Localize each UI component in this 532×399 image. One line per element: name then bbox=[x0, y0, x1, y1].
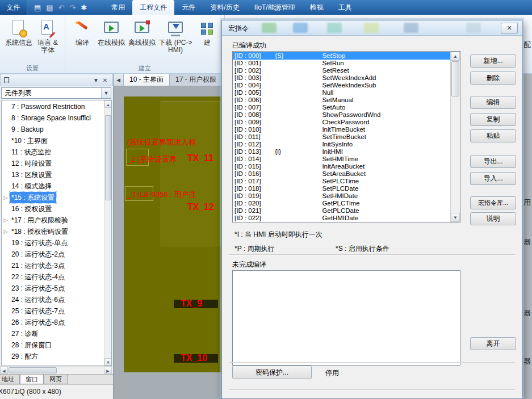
tree-item[interactable]: *10 : 主界面 bbox=[2, 135, 104, 146]
macro-row[interactable]: [ID : 010] InitTimeBucket bbox=[233, 126, 450, 133]
tree-item[interactable]: 8 : Storage Space Insuffici bbox=[2, 112, 104, 124]
copy-button[interactable]: 复制 bbox=[470, 113, 516, 126]
macro-row[interactable]: [ID : 017] SetPLCTime bbox=[233, 178, 450, 185]
scrollbar-thumb[interactable] bbox=[9, 367, 57, 373]
tree-item[interactable]: *17 : 用户权限检验 bbox=[2, 215, 104, 226]
import-button[interactable]: 导入... bbox=[470, 172, 516, 185]
tree-item[interactable]: 7 : Password Restriction bbox=[2, 101, 104, 112]
macro-row[interactable]: [ID : 003] SetWeekIndexAdd bbox=[233, 74, 450, 82]
macro-row[interactable]: [ID : 019] SetHMIDate bbox=[233, 192, 450, 200]
macro-row[interactable]: [ID : 009] CheckPassword bbox=[233, 119, 450, 126]
macro-listbox[interactable]: [ID : 000] {S} SetStop [ID : 001] SetRun… bbox=[232, 51, 460, 222]
menu-tab[interactable]: 元件 bbox=[174, 0, 203, 15]
panel-tab[interactable]: 网页 bbox=[44, 375, 68, 384]
tree-item[interactable]: 24 : 运行状态-6点 bbox=[2, 294, 104, 305]
compile-button[interactable]: ✦ 编译 bbox=[69, 17, 96, 47]
macro-library-button[interactable]: 宏指令库... bbox=[470, 196, 516, 209]
canvas-text[interactable]: _2 (系统设置界 bbox=[127, 154, 177, 165]
macro-row[interactable]: [ID : 015] InitAreaBucket bbox=[233, 163, 450, 170]
menu-tab[interactable]: 检视 bbox=[303, 0, 331, 15]
macro-row[interactable]: [ID : 016] SetAreaBucket bbox=[233, 170, 450, 178]
tree-item[interactable]: 21 : 运行状态-3点 bbox=[2, 260, 104, 271]
scroll-up-icon[interactable] bbox=[104, 100, 112, 108]
macro-row[interactable]: [ID : 005] Null bbox=[233, 89, 450, 96]
scroll-down-icon[interactable] bbox=[104, 358, 112, 366]
close-icon[interactable]: ✕ bbox=[501, 23, 518, 33]
password-protect-button[interactable]: 密码保护... bbox=[232, 366, 312, 379]
dialog-title-bar[interactable]: 宏指令 ✕ bbox=[222, 20, 522, 36]
paste-button[interactable]: 粘贴 bbox=[470, 129, 516, 142]
canvas-text[interactable]: TX_9 bbox=[181, 299, 202, 309]
tree-item[interactable]: 19 : 运行状态-单点 bbox=[2, 237, 104, 249]
tab-scroll-left-icon[interactable] bbox=[114, 74, 124, 86]
canvas-text[interactable]: TX_10 bbox=[181, 353, 207, 363]
tree-horizontal-scrollbar[interactable] bbox=[0, 366, 112, 374]
export-image-icon[interactable]: ▨ bbox=[46, 3, 53, 12]
macro-row[interactable]: [ID : 000] {S} SetStop bbox=[233, 52, 450, 60]
macro-row[interactable]: [ID : 018] SetPLCDate bbox=[233, 185, 450, 192]
canvas-text[interactable]: TX_12 bbox=[187, 202, 214, 212]
canvas-text[interactable]: _0 (LB-9050 : 用户注 bbox=[127, 190, 196, 200]
macro-row[interactable]: [ID : 004] SetWeekIndexSub bbox=[233, 82, 450, 89]
macro-row[interactable]: [ID : 021] GetPLCDate bbox=[233, 207, 450, 215]
canvas-tab-user[interactable]: 17 - 用户权限 bbox=[170, 74, 223, 86]
download-button[interactable]: 下载 (PC->HMI) bbox=[157, 17, 194, 54]
tree-item[interactable]: 26 : 运行状态-8点 bbox=[2, 317, 104, 328]
scroll-down-icon[interactable] bbox=[451, 213, 460, 222]
tree-item[interactable]: 13 : 区段设置 bbox=[2, 169, 104, 180]
list-type-combobox[interactable]: 元件列表 ▼ bbox=[1, 87, 111, 99]
tree-item[interactable]: 22 : 运行状态-4点 bbox=[2, 271, 104, 283]
scroll-right-icon[interactable] bbox=[104, 367, 112, 374]
redo-icon[interactable]: ↷ bbox=[70, 3, 76, 12]
canvas-text[interactable]: (系统设置界面进入检 bbox=[127, 137, 196, 148]
scroll-left-icon[interactable] bbox=[0, 367, 8, 374]
panel-tab[interactable]: 窗口 bbox=[20, 375, 44, 384]
macro-list-scrollbar[interactable] bbox=[450, 52, 460, 222]
export-button[interactable]: 导出... bbox=[470, 155, 516, 168]
canvas-rectangle[interactable] bbox=[161, 101, 221, 246]
tree-item[interactable]: 12 : 时段设置 bbox=[2, 158, 104, 169]
macro-row[interactable]: [ID : 001] SetRun bbox=[233, 60, 450, 67]
macro-row[interactable]: [ID : 011] SetTimeBucket bbox=[233, 133, 450, 141]
scroll-up-icon[interactable] bbox=[451, 52, 460, 61]
online-simulation-button[interactable]: 在线模拟 bbox=[96, 17, 127, 47]
uncompiled-listbox[interactable] bbox=[232, 270, 460, 366]
tree-item[interactable]: *15 : 系统设置 bbox=[2, 192, 104, 203]
tree-item[interactable]: 28 : 屏保窗口 bbox=[2, 339, 104, 351]
menu-tab[interactable]: 工具 bbox=[331, 0, 359, 15]
pin-icon[interactable]: ✱ bbox=[81, 3, 87, 12]
tree-item[interactable]: 27 : 诊断 bbox=[2, 328, 104, 339]
macro-row[interactable]: [ID : 007] SetAuto bbox=[233, 104, 450, 111]
panel-dropdown-icon[interactable]: ▼ bbox=[91, 77, 100, 83]
expand-arrow-icon[interactable] bbox=[2, 192, 10, 203]
build-button[interactable]: 建 bbox=[194, 17, 221, 47]
tree-item[interactable]: 11 : 状态监控 bbox=[2, 146, 104, 158]
new-button[interactable]: 新增... bbox=[470, 54, 516, 68]
leave-button[interactable]: 离开 bbox=[470, 337, 516, 350]
tree-item[interactable]: *18 : 授权密码设置 bbox=[2, 226, 104, 237]
macro-row[interactable]: [ID : 014] SetHMITime bbox=[233, 156, 450, 163]
canvas-text[interactable]: TX_11 bbox=[187, 153, 213, 163]
panel-tab[interactable]: 地址 bbox=[0, 375, 20, 384]
save-icon[interactable]: ▤ bbox=[34, 3, 41, 12]
canvas-tab-main[interactable]: 10 - 主界面 bbox=[124, 74, 170, 86]
undo-icon[interactable]: ↶ bbox=[58, 3, 65, 12]
help-button[interactable]: 说明 bbox=[470, 212, 516, 225]
scrollbar-thumb[interactable] bbox=[451, 61, 459, 96]
tree-item[interactable]: 29 : 配方 bbox=[2, 351, 104, 362]
menu-tab[interactable]: IIoT/能源管理 bbox=[247, 0, 303, 15]
scrollbar-thumb[interactable] bbox=[105, 115, 111, 200]
file-menu-button[interactable]: 文件 bbox=[0, 0, 27, 15]
macro-row[interactable]: [ID : 012] InitSysInfo bbox=[233, 141, 450, 148]
menu-tab[interactable]: 资料/历史 bbox=[203, 0, 246, 15]
delete-button[interactable]: 删除 bbox=[470, 72, 516, 85]
macro-row[interactable]: [ID : 022] GetHMIDate bbox=[233, 215, 450, 222]
tree-vertical-scrollbar[interactable] bbox=[104, 100, 111, 366]
tree-item[interactable]: 14 : 模式选择 bbox=[2, 180, 104, 192]
chevron-down-icon[interactable]: ▼ bbox=[101, 88, 111, 98]
system-info-button[interactable]: 系统信息 bbox=[3, 17, 34, 47]
menu-tab[interactable]: 常用 bbox=[104, 0, 132, 15]
macro-row[interactable]: [ID : 013] {I} InitHMI bbox=[233, 148, 450, 156]
offline-simulation-button[interactable]: 离线模拟 bbox=[127, 17, 157, 47]
panel-close-icon[interactable]: ✕ bbox=[100, 77, 110, 83]
